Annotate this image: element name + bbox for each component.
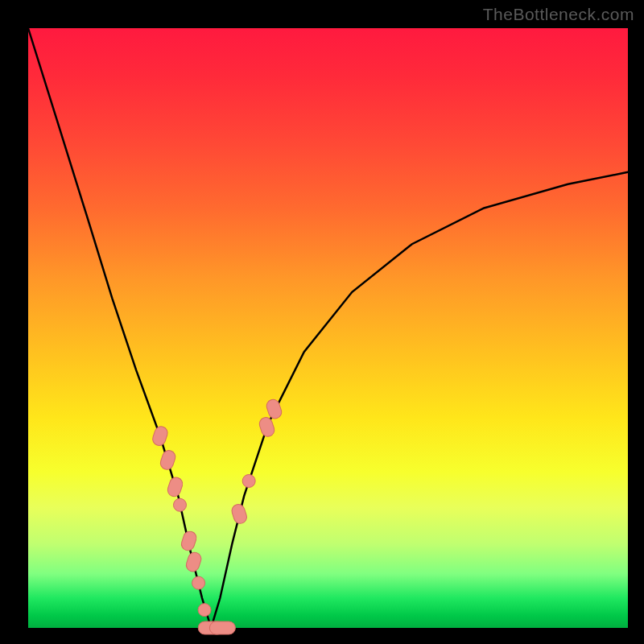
chart-frame: TheBottleneck.com xyxy=(0,0,644,644)
watermark-text: TheBottleneck.com xyxy=(483,5,634,24)
plot-area xyxy=(28,28,628,628)
